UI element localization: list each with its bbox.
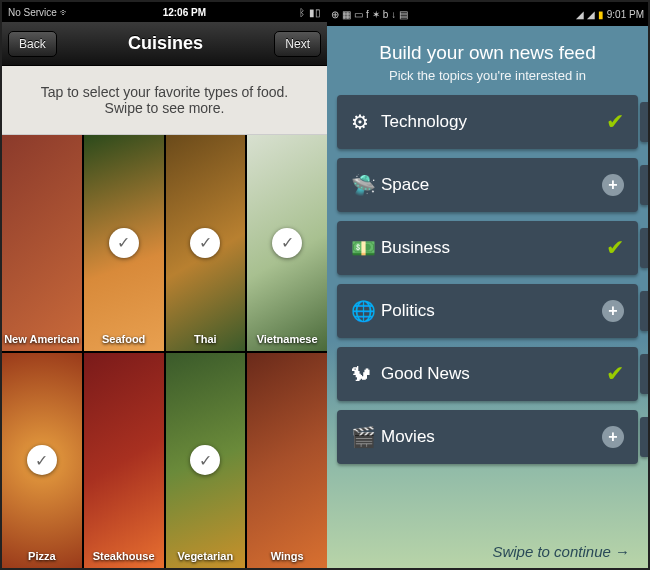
tile-label: Vegetarian <box>166 550 246 562</box>
topic-label: Movies <box>381 427 602 447</box>
nav-bar: Back Cuisines Next <box>2 22 327 66</box>
wifi-icon: ◢ <box>576 9 584 20</box>
notif-icon: ▭ <box>354 9 363 20</box>
battery-icon: ▮ <box>598 9 604 20</box>
instructions: Tap to select your favorite types of foo… <box>2 66 327 135</box>
header-title: Build your own news feed <box>337 42 638 64</box>
edge-nub <box>640 228 648 268</box>
topic-label: Politics <box>381 301 602 321</box>
cuisine-tile[interactable]: ✓ Vietnamese <box>247 135 327 351</box>
status-left-icons: ⊕ ▦ ▭ f ✶ b ↓ ▤ <box>331 9 408 20</box>
wifi-icon: ᯤ <box>60 7 70 18</box>
cuisine-grid: New American ✓ Seafood ✓ Thai ✓ Vietname… <box>2 135 327 568</box>
edge-nub <box>640 102 648 142</box>
cuisine-tile[interactable]: ✓ Seafood <box>84 135 164 351</box>
plus-icon: + <box>602 174 624 196</box>
topic-label: Business <box>381 238 606 258</box>
android-status-bar: ⊕ ▦ ▭ f ✶ b ↓ ▤ ◢ ◢ ▮ 9:01 PM <box>327 2 648 26</box>
check-icon: ✓ <box>190 445 220 475</box>
notif-icon: ⊕ <box>331 9 339 20</box>
notif-icon: ▦ <box>342 9 351 20</box>
check-icon: ✔ <box>606 361 624 387</box>
cuisine-tile[interactable]: Steakhouse <box>84 353 164 569</box>
notif-icon: f <box>366 9 369 20</box>
instructions-line2: Swipe to see more. <box>12 100 317 116</box>
tile-label: Steakhouse <box>84 550 164 562</box>
cuisine-tile[interactable]: ✓ Vegetarian <box>166 353 246 569</box>
android-phone: ⊕ ▦ ▭ f ✶ b ↓ ▤ ◢ ◢ ▮ 9:01 PM Build your… <box>327 2 648 568</box>
topic-technology[interactable]: ⚙ Technology ✔ <box>337 95 638 149</box>
globe-icon: 🌐 <box>351 299 381 323</box>
notif-icon: ✶ <box>372 9 380 20</box>
check-icon: ✔ <box>606 109 624 135</box>
ios-status-bar: No Service ᯤ 12:06 PM ᛒ ▮▯ <box>2 2 327 22</box>
onboarding-header: Build your own news feed Pick the topics… <box>327 26 648 95</box>
tile-label: Wings <box>247 550 327 562</box>
battery-icon: ▮▯ <box>309 7 321 18</box>
topic-good-news[interactable]: 🐿 Good News ✔ <box>337 347 638 401</box>
plus-icon: + <box>602 300 624 322</box>
instructions-line1: Tap to select your favorite types of foo… <box>12 84 317 100</box>
cuisine-tile[interactable]: New American <box>2 135 82 351</box>
tile-label: New American <box>2 333 82 345</box>
animal-icon: 🐿 <box>351 363 381 386</box>
ufo-icon: 🛸 <box>351 173 381 197</box>
topic-space[interactable]: 🛸 Space + <box>337 158 638 212</box>
cuisine-tile[interactable]: Wings <box>247 353 327 569</box>
cuisine-tile[interactable]: ✓ Pizza <box>2 353 82 569</box>
notif-icon: ▤ <box>399 9 408 20</box>
carrier-text: No Service ᯤ <box>8 7 70 18</box>
notif-icon: b <box>383 9 389 20</box>
status-time: 9:01 PM <box>607 9 644 20</box>
plus-icon: + <box>602 426 624 448</box>
tile-label: Pizza <box>2 550 82 562</box>
check-icon: ✓ <box>272 228 302 258</box>
tile-label: Vietnamese <box>247 333 327 345</box>
topic-business[interactable]: 💵 Business ✔ <box>337 221 638 275</box>
check-icon: ✓ <box>190 228 220 258</box>
bluetooth-icon: ᛒ <box>299 7 305 18</box>
page-title: Cuisines <box>128 33 203 54</box>
film-icon: 🎬 <box>351 425 381 449</box>
topic-label: Space <box>381 175 602 195</box>
gears-icon: ⚙ <box>351 110 381 134</box>
topic-label: Technology <box>381 112 606 132</box>
header-subtitle: Pick the topics you're interested in <box>337 68 638 83</box>
next-button[interactable]: Next <box>274 31 321 57</box>
check-icon: ✓ <box>27 445 57 475</box>
check-icon: ✔ <box>606 235 624 261</box>
status-right-icons: ◢ ◢ ▮ 9:01 PM <box>576 9 644 20</box>
back-button[interactable]: Back <box>8 31 57 57</box>
status-time: 12:06 PM <box>163 7 206 18</box>
topic-politics[interactable]: 🌐 Politics + <box>337 284 638 338</box>
topics-list: ⚙ Technology ✔ 🛸 Space + 💵 Business ✔ 🌐 … <box>327 95 648 464</box>
money-icon: 💵 <box>351 236 381 260</box>
edge-nub <box>640 291 648 331</box>
topic-movies[interactable]: 🎬 Movies + <box>337 410 638 464</box>
status-right: ᛒ ▮▯ <box>299 7 321 18</box>
edge-nub <box>640 165 648 205</box>
tile-label: Thai <box>166 333 246 345</box>
swipe-hint: Swipe to continue <box>492 543 630 560</box>
topic-label: Good News <box>381 364 606 384</box>
ios-phone: No Service ᯤ 12:06 PM ᛒ ▮▯ Back Cuisines… <box>2 2 327 568</box>
check-icon: ✓ <box>109 228 139 258</box>
edge-nub <box>640 417 648 457</box>
notif-icon: ↓ <box>391 9 396 20</box>
cuisine-tile[interactable]: ✓ Thai <box>166 135 246 351</box>
edge-nub <box>640 354 648 394</box>
tile-label: Seafood <box>84 333 164 345</box>
signal-icon: ◢ <box>587 9 595 20</box>
